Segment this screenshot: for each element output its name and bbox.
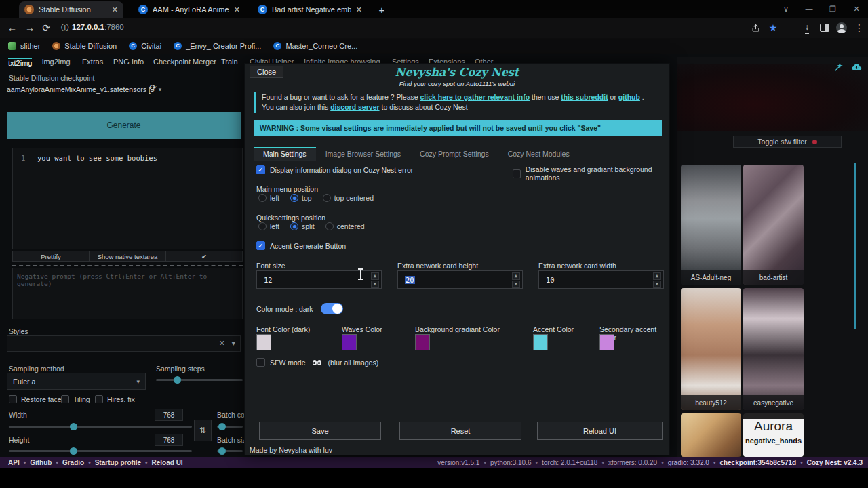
tab-close-icon[interactable]: ✕	[234, 5, 240, 14]
width-input[interactable]: 768	[155, 409, 183, 421]
footer-link-github[interactable]: Github	[30, 459, 52, 466]
toggle-sfw-filter-button[interactable]: Toggle sfw filter	[733, 136, 842, 148]
github-link[interactable]: github	[618, 93, 640, 101]
footer-link-reload-ui[interactable]: Reload UI	[152, 459, 183, 466]
swap-dimensions-button[interactable]: ⇅	[194, 420, 212, 441]
radio-quicksettings-split[interactable]: split	[290, 222, 315, 230]
radio-main-menu-left[interactable]: left	[258, 194, 279, 202]
gather-info-link[interactable]: click here to gather relevant info	[420, 93, 530, 101]
footer-link-api[interactable]: API	[8, 459, 20, 466]
profile-avatar-icon[interactable]	[835, 21, 848, 35]
background-gradiant-color-swatch[interactable]	[415, 334, 430, 350]
spinner-arrows[interactable]: ▲▼	[512, 272, 520, 288]
bookmark-stable-diffusion[interactable]: Stable Diffusion	[52, 42, 117, 50]
confirm-check-button[interactable]: ✔	[166, 251, 242, 261]
bookmark-civitai[interactable]: CCivitai	[129, 42, 161, 50]
show-native-textarea-button[interactable]: Show native textarea	[90, 251, 166, 261]
batch-count-slider[interactable]	[217, 426, 243, 428]
tab-cozy-nest-modules[interactable]: Cozy Nest Modules	[498, 147, 579, 161]
card-height-input[interactable]: 20 ▲▼	[397, 270, 523, 289]
tab-train[interactable]: Train	[221, 58, 238, 66]
disable-waves-checkbox[interactable]: Disable waves and gradiant background an…	[513, 165, 669, 182]
network-card-bad-artist[interactable]: bad-artist	[743, 165, 804, 285]
reset-button[interactable]: Reset	[399, 422, 521, 440]
secondary-accent-color-swatch[interactable]	[599, 334, 614, 350]
resize-handle[interactable]	[12, 265, 243, 266]
color-mode-toggle[interactable]	[321, 303, 343, 314]
discord-link[interactable]: discord server	[330, 103, 379, 111]
side-panel-icon[interactable]	[818, 21, 831, 35]
slider-handle[interactable]	[218, 423, 226, 430]
maximize-button[interactable]: ❐	[821, 0, 844, 18]
radio-main-menu-top[interactable]: top	[290, 194, 312, 202]
browser-menu-icon[interactable]: ⋮	[852, 21, 866, 35]
network-card-aurora-negative-hands[interactable]: Aurora negative_hands	[743, 413, 804, 457]
slider-handle[interactable]	[174, 376, 181, 384]
downloads-icon[interactable]: ↓	[800, 21, 814, 35]
new-tab-button[interactable]: +	[374, 2, 389, 17]
prompt-editor[interactable]: 1 you want to see some boobies	[12, 148, 243, 249]
hires-fix-checkbox[interactable]: Hires. fix	[95, 395, 135, 403]
width-slider[interactable]	[9, 426, 192, 428]
waves-color-swatch[interactable]	[342, 334, 357, 350]
slider-handle[interactable]	[70, 447, 77, 455]
tab-close-icon[interactable]: ✕	[112, 5, 118, 14]
spinner-arrows[interactable]: ▲▼	[653, 272, 661, 288]
footer-link-startup-profile[interactable]: Startup profile	[95, 459, 141, 466]
sampling-steps-slider[interactable]	[156, 379, 243, 381]
generate-button[interactable]: Generate	[7, 112, 241, 139]
forward-icon[interactable]: →	[23, 21, 37, 35]
accent-color-swatch[interactable]	[533, 334, 548, 350]
card-width-input[interactable]: 10 ▲▼	[538, 270, 664, 289]
restore-faces-checkbox[interactable]: Restore faces	[9, 395, 65, 403]
browser-tab-anylora[interactable]: C AAM - AnyLoRA Anime Mix - An ✕	[133, 1, 245, 18]
radio-quicksettings-left[interactable]: left	[258, 222, 279, 230]
styles-dropdown[interactable]: ✕ ▾	[7, 336, 241, 352]
spinner-arrows[interactable]: ▲▼	[371, 272, 379, 288]
sfw-mode-checkbox[interactable]: SFW mode (blur all images)	[256, 358, 378, 367]
bookmark-star-icon[interactable]: ★	[766, 21, 780, 35]
checkpoint-refresh-icon[interactable]: ⟳	[149, 83, 157, 93]
site-info-icon[interactable]: ⓘ	[58, 21, 72, 35]
tiling-checkbox[interactable]: Tiling	[61, 395, 90, 403]
error-dialog-checkbox[interactable]: ✓ Display information dialog on Cozy Nes…	[256, 165, 413, 174]
tab-main-settings[interactable]: Main Settings	[254, 147, 316, 161]
tab-image-browser-settings[interactable]: Image Browser Settings	[316, 147, 410, 161]
share-icon[interactable]	[749, 21, 762, 35]
scrollbar[interactable]	[854, 163, 856, 329]
window-close-button[interactable]: ✕	[845, 0, 868, 18]
browser-tab-stable-diffusion[interactable]: Stable Diffusion ✕	[19, 1, 123, 18]
back-icon[interactable]: ←	[5, 21, 19, 35]
bookmark-envy-profile[interactable]: C_Envy_ Creator Profi...	[174, 42, 261, 50]
slider-handle[interactable]	[218, 447, 226, 455]
chevron-down-icon[interactable]: ▾	[231, 339, 235, 348]
tab-cozy-prompt-settings[interactable]: Cozy Prompt Settings	[410, 147, 498, 161]
network-card-beauty512[interactable]: beauty512	[681, 288, 741, 410]
network-card-unlabeled[interactable]	[681, 413, 741, 457]
height-slider[interactable]	[9, 450, 192, 452]
network-card-as-adult-neg[interactable]: AS-Adult-neg	[681, 165, 741, 285]
network-card-easynegative[interactable]: easynegative	[743, 288, 804, 410]
browser-tab-bad-artist[interactable]: C Bad artist Negative embedding ✕	[252, 1, 368, 18]
cloud-download-icon[interactable]	[851, 62, 863, 75]
tab-png-info[interactable]: PNG Info	[113, 58, 144, 66]
reload-icon[interactable]: ⟳	[39, 21, 53, 35]
tab-extras[interactable]: Extras	[82, 58, 103, 66]
font-color-swatch[interactable]	[256, 334, 271, 350]
tab-search-icon[interactable]: ∨	[774, 0, 797, 18]
height-input[interactable]: 768	[155, 434, 183, 446]
save-button[interactable]: Save	[259, 422, 381, 440]
tab-checkpoint-merger[interactable]: Checkpoint Merger	[153, 58, 216, 66]
batch-size-slider[interactable]	[217, 450, 243, 452]
tab-img2img[interactable]: img2img	[42, 58, 71, 66]
bookmark-slither[interactable]: slither	[8, 42, 40, 50]
tab-txt2img[interactable]: txt2img	[8, 58, 32, 67]
clear-icon[interactable]: ✕	[219, 339, 225, 348]
reload-ui-button[interactable]: Reload UI	[537, 422, 663, 440]
bookmark-corneo-profile[interactable]: CMaster_Corneo Cre...	[273, 42, 357, 50]
tab-close-icon[interactable]: ✕	[356, 5, 362, 14]
sampling-method-dropdown[interactable]: Euler a ▾	[7, 373, 146, 390]
accent-generate-checkbox[interactable]: ✓ Accent Generate Button	[256, 241, 346, 250]
radio-main-menu-top-centered[interactable]: top centered	[323, 194, 374, 202]
footer-link-gradio[interactable]: Gradio	[62, 459, 84, 466]
